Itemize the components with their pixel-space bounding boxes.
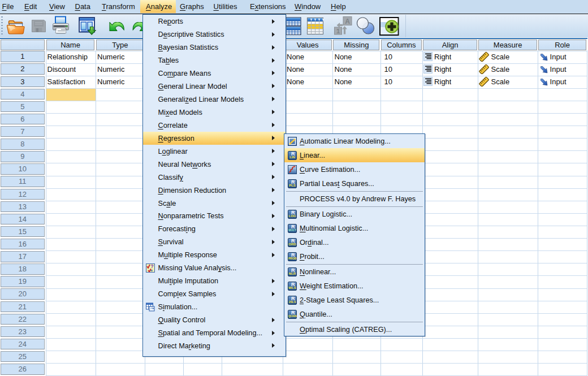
svg-text:A: A (345, 18, 350, 25)
svg-text:1: 1 (336, 28, 340, 34)
svg-text:«: « (150, 268, 153, 273)
